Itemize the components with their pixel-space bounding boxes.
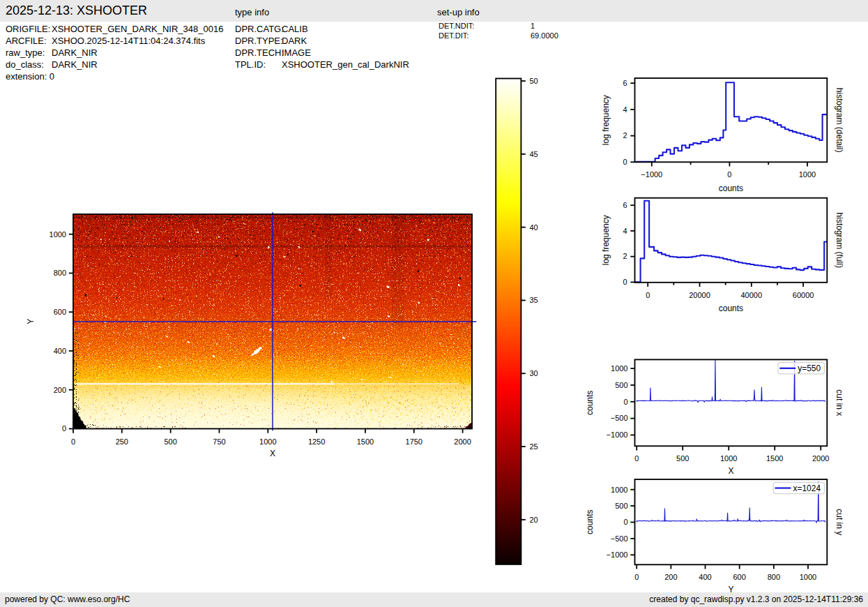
svg-text:500: 500 [615,502,627,510]
svg-text:0: 0 [623,278,627,286]
svg-text:400: 400 [699,573,711,581]
svg-text:0: 0 [623,158,627,166]
svg-text:Y: Y [728,585,733,594]
svg-text:0: 0 [634,573,639,581]
svg-text:−1000: −1000 [607,550,628,559]
svg-text:6: 6 [623,201,627,209]
svg-text:40: 40 [530,223,538,232]
svg-text:X: X [270,449,275,458]
svg-text:y=550: y=550 [798,364,821,373]
svg-text:cut in y: cut in y [835,509,844,535]
svg-text:0: 0 [634,454,639,463]
svg-text:counts: counts [719,183,743,193]
svg-text:counts: counts [719,304,743,313]
svg-text:x=1024: x=1024 [793,484,821,493]
svg-text:1000: 1000 [720,454,737,463]
svg-text:−1000: −1000 [607,430,628,439]
svg-text:500: 500 [164,437,176,446]
svg-text:−500: −500 [611,414,628,422]
svg-text:counts: counts [585,510,595,534]
svg-text:histogram (full): histogram (full) [835,213,844,268]
svg-text:35: 35 [530,296,538,304]
svg-text:400: 400 [54,347,66,355]
svg-text:2: 2 [623,131,627,140]
svg-text:800: 800 [54,269,66,277]
svg-text:6: 6 [623,79,627,87]
svg-text:2: 2 [623,252,627,260]
svg-text:4: 4 [623,105,627,114]
svg-text:1000: 1000 [611,486,627,494]
svg-text:45: 45 [530,150,538,158]
svg-text:600: 600 [733,573,746,581]
svg-text:0: 0 [71,437,75,446]
svg-text:200: 200 [54,386,66,394]
svg-text:0: 0 [62,424,66,433]
svg-text:25: 25 [530,442,538,451]
svg-text:30: 30 [530,369,538,377]
svg-text:1000: 1000 [800,573,816,581]
svg-text:2000: 2000 [812,454,829,463]
svg-text:800: 800 [768,573,780,581]
svg-text:1000: 1000 [799,170,816,179]
svg-text:4: 4 [623,227,627,235]
svg-text:40000: 40000 [741,291,763,299]
svg-text:Y: Y [26,319,36,324]
svg-text:1500: 1500 [357,437,374,446]
svg-text:0: 0 [623,518,627,526]
svg-text:−1000: −1000 [641,170,662,179]
svg-text:−500: −500 [611,534,628,543]
svg-text:cut in x: cut in x [835,389,844,416]
svg-text:X: X [728,466,733,476]
svg-text:200: 200 [664,573,677,581]
svg-text:1500: 1500 [766,454,783,463]
svg-text:1250: 1250 [308,437,325,446]
svg-text:250: 250 [116,437,128,446]
svg-text:500: 500 [676,454,689,463]
svg-text:600: 600 [54,308,66,316]
svg-text:750: 750 [213,437,225,446]
svg-text:counts: counts [585,391,595,415]
svg-text:1000: 1000 [611,364,627,373]
svg-text:0: 0 [727,170,731,179]
svg-text:2000: 2000 [454,437,471,446]
svg-text:log frequency: log frequency [601,95,611,145]
svg-text:60000: 60000 [793,291,814,299]
svg-text:0: 0 [646,291,650,299]
svg-text:log frequency: log frequency [601,215,611,265]
svg-text:histogram (detail): histogram (detail) [835,88,844,153]
svg-text:1000: 1000 [50,230,66,239]
svg-text:1000: 1000 [259,437,276,446]
svg-text:500: 500 [615,381,627,389]
svg-text:20: 20 [530,516,538,524]
svg-text:50: 50 [530,77,538,85]
svg-text:20000: 20000 [689,291,710,299]
svg-text:1750: 1750 [406,437,422,446]
svg-text:0: 0 [623,398,627,406]
